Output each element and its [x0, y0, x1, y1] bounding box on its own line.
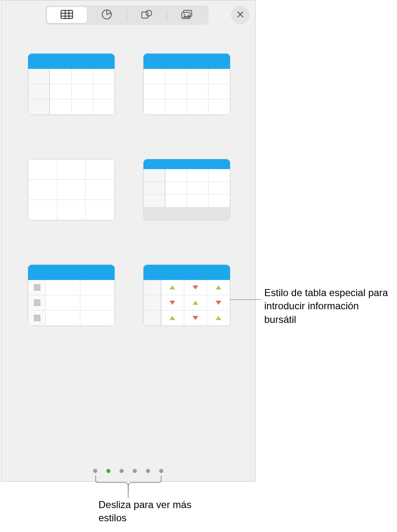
- media-icon: [181, 9, 193, 21]
- checkbox-icon: [34, 299, 40, 306]
- page-dot[interactable]: [133, 469, 137, 473]
- pie-chart-icon: [101, 9, 112, 21]
- checkbox-icon: [34, 284, 40, 291]
- table-style-4[interactable]: [143, 159, 230, 221]
- page-dot[interactable]: [146, 469, 150, 473]
- triangle-down-icon: [193, 285, 198, 290]
- svg-point-7: [146, 10, 152, 16]
- triangle-up-icon: [216, 316, 221, 320]
- callout-stock-text: Estilo de tabla especial para introducir…: [264, 286, 392, 326]
- triangle-up-icon: [169, 285, 175, 290]
- callout-swipe-text: Desliza para ver más estilos: [99, 498, 197, 525]
- svg-point-10: [183, 14, 185, 15]
- page-dot[interactable]: [120, 469, 124, 473]
- table-style-stock[interactable]: [143, 264, 230, 326]
- tab-shape[interactable]: [127, 7, 167, 23]
- triangle-up-icon: [216, 285, 221, 290]
- shape-icon: [141, 9, 153, 21]
- insert-panel: [1, 0, 256, 482]
- table-icon: [61, 10, 73, 21]
- close-button[interactable]: [231, 6, 249, 24]
- triangle-up-icon: [169, 316, 175, 320]
- table-styles-grid: [28, 53, 229, 326]
- svg-rect-0: [61, 10, 73, 19]
- close-icon: [237, 11, 244, 20]
- page-dot[interactable]: [93, 469, 97, 473]
- tab-table[interactable]: [47, 7, 87, 23]
- triangle-down-icon: [193, 316, 198, 320]
- page-dot[interactable]: [106, 469, 110, 473]
- table-style-1[interactable]: [28, 53, 115, 115]
- callout-line: [230, 299, 261, 300]
- checkbox-icon: [34, 315, 40, 321]
- tab-chart[interactable]: [87, 7, 127, 23]
- table-style-5[interactable]: [28, 264, 115, 326]
- page-indicator[interactable]: [93, 469, 163, 473]
- triangle-up-icon: [193, 301, 198, 305]
- category-segmented-control: [45, 5, 209, 25]
- triangle-down-icon: [169, 301, 175, 305]
- table-style-2[interactable]: [143, 53, 230, 115]
- callout-bracket: [95, 475, 162, 501]
- triangle-down-icon: [216, 301, 221, 305]
- tab-media[interactable]: [167, 7, 207, 23]
- page-dot[interactable]: [159, 469, 163, 473]
- table-style-3[interactable]: [28, 159, 115, 221]
